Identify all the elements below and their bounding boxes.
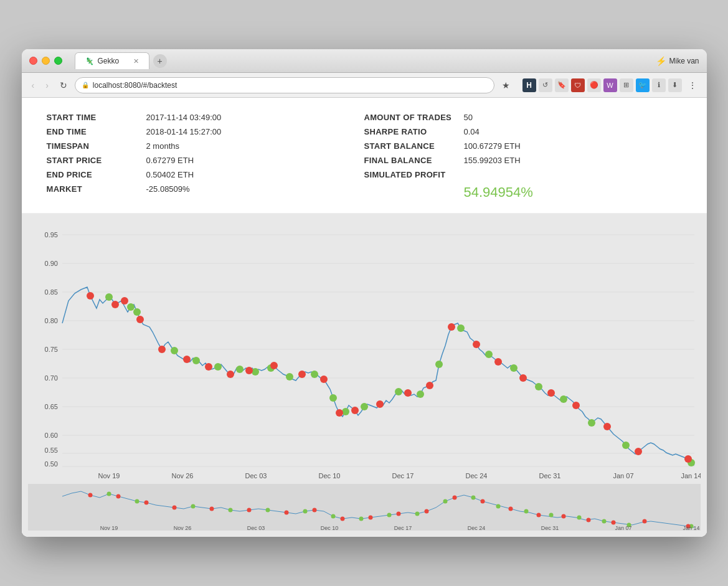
forward-button[interactable]: ›	[42, 78, 52, 93]
svg-rect-81	[28, 484, 701, 531]
svg-text:0.50: 0.50	[44, 460, 57, 468]
svg-point-57	[320, 376, 328, 383]
reload-button[interactable]: ↻	[56, 78, 71, 93]
fullscreen-button[interactable]	[54, 57, 62, 65]
active-tab[interactable]: 🦎 Gekko ✕	[75, 52, 149, 69]
svg-point-23	[133, 308, 141, 316]
svg-text:Jan 14: Jan 14	[681, 472, 701, 480]
svg-point-91	[415, 512, 419, 516]
svg-point-85	[228, 508, 232, 513]
svg-point-67	[547, 389, 555, 397]
ext-bookmark[interactable]: 🔖	[555, 78, 569, 92]
end-time-label: END TIME	[47, 127, 146, 136]
ext-refresh[interactable]: ↺	[539, 78, 552, 92]
svg-text:0.75: 0.75	[44, 346, 57, 353]
svg-point-113	[452, 496, 456, 500]
ext-download[interactable]: ⬇	[668, 78, 682, 92]
svg-point-109	[340, 517, 344, 521]
svg-point-53	[227, 371, 234, 378]
svg-point-40	[510, 364, 518, 372]
final-balance-row: FINAL BALANCE 155.99203 ETH	[364, 153, 682, 168]
simulated-profit-row: SIMULATED PROFIT	[364, 168, 682, 182]
svg-point-111	[396, 512, 400, 516]
svg-point-70	[635, 448, 642, 455]
menu-button[interactable]: ⋮	[684, 78, 701, 93]
svg-point-35	[395, 388, 402, 395]
start-price-value: 0.67279 ETH	[146, 156, 194, 165]
end-price-row: END PRICE 0.50402 ETH	[47, 168, 364, 182]
ext-h[interactable]: H	[522, 78, 536, 92]
svg-text:Dec 03: Dec 03	[245, 472, 267, 480]
overview-svg: Nov 19 Nov 26 Dec 03 Dec 10 Dec 17 Dec 2…	[28, 484, 701, 531]
svg-point-27	[236, 366, 243, 373]
svg-point-86	[265, 508, 270, 513]
bookmark-button[interactable]: ★	[498, 78, 514, 93]
svg-text:0.55: 0.55	[44, 447, 57, 454]
username: Mike van	[669, 57, 699, 65]
close-button[interactable]	[29, 57, 37, 65]
address-bar[interactable]: 🔒 localhost:8080/#/backtest	[75, 77, 494, 93]
svg-point-24	[171, 347, 178, 354]
traffic-lights	[29, 57, 62, 65]
start-time-value: 2017-11-14 03:49:00	[146, 113, 222, 122]
start-balance-value: 100.67279 ETH	[464, 141, 521, 151]
svg-text:Nov 19: Nov 19	[98, 472, 120, 480]
market-label: MARKET	[47, 184, 146, 194]
svg-point-66	[519, 374, 527, 382]
start-balance-label: START BALANCE	[364, 141, 464, 151]
svg-point-61	[404, 389, 412, 397]
svg-point-88	[331, 514, 335, 519]
ext-twitter[interactable]: 🐦	[636, 78, 650, 92]
ext-info[interactable]: ℹ	[652, 78, 666, 92]
svg-text:Dec 10: Dec 10	[318, 472, 340, 480]
svg-point-26	[214, 363, 222, 371]
start-price-label: START PRICE	[47, 156, 146, 165]
svg-text:Nov 19: Nov 19	[100, 525, 118, 531]
svg-text:0.95: 0.95	[44, 231, 57, 239]
amount-trades-label: AMOUNT OF TRADES	[364, 113, 464, 122]
svg-point-34	[361, 403, 368, 410]
svg-point-71	[684, 455, 692, 463]
svg-point-98	[602, 519, 606, 524]
svg-point-25	[192, 357, 200, 364]
svg-point-55	[270, 362, 278, 369]
svg-point-68	[572, 402, 580, 409]
sharpe-ratio-label: SHARPE RATIO	[364, 127, 464, 136]
tab-close-button[interactable]: ✕	[133, 57, 139, 65]
ext-grid[interactable]: ⊞	[620, 78, 633, 92]
ext-shield[interactable]: 🛡	[571, 78, 585, 92]
sharpe-ratio-value: 0.04	[464, 127, 480, 136]
end-price-value: 0.50402 ETH	[146, 170, 194, 179]
stats-right: AMOUNT OF TRADES 50 SHARPE RATIO 0.04 ST…	[364, 110, 682, 201]
svg-point-84	[191, 504, 195, 509]
timespan-value: 2 months	[146, 141, 179, 151]
svg-point-115	[508, 507, 513, 511]
ext-w[interactable]: W	[603, 78, 617, 92]
overview-chart: Nov 19 Nov 26 Dec 03 Dec 10 Dec 17 Dec 2…	[28, 484, 701, 531]
titlebar: 🦎 Gekko ✕ + ⚡ Mike van	[22, 49, 707, 73]
minimize-button[interactable]	[42, 57, 50, 65]
svg-point-110	[368, 516, 372, 520]
svg-point-43	[588, 419, 595, 427]
final-balance-value: 155.99203 ETH	[464, 156, 521, 165]
svg-point-37	[435, 361, 443, 368]
svg-text:0.80: 0.80	[44, 317, 57, 324]
ext-badge[interactable]: 🔴	[587, 78, 601, 92]
svg-text:Dec 10: Dec 10	[320, 525, 338, 531]
svg-point-89	[359, 517, 363, 521]
svg-point-22	[127, 303, 135, 311]
start-balance-row: START BALANCE 100.67279 ETH	[364, 139, 682, 153]
svg-point-93	[471, 496, 475, 500]
svg-point-90	[387, 513, 391, 517]
tab-title: Gekko	[98, 57, 120, 65]
svg-point-47	[111, 301, 119, 308]
svg-text:0.70: 0.70	[44, 374, 57, 382]
svg-text:Dec 17: Dec 17	[392, 472, 414, 480]
svg-point-87	[303, 509, 307, 514]
svg-point-51	[183, 356, 191, 363]
svg-point-58	[336, 409, 343, 417]
end-time-row: END TIME 2018-01-14 15:27:00	[47, 125, 364, 139]
main-chart: 0.95 0.90 0.85 0.80 0.75 0.70 0.65 0.60 …	[28, 220, 701, 481]
new-tab-button[interactable]: +	[153, 54, 167, 68]
back-button[interactable]: ‹	[28, 78, 39, 93]
